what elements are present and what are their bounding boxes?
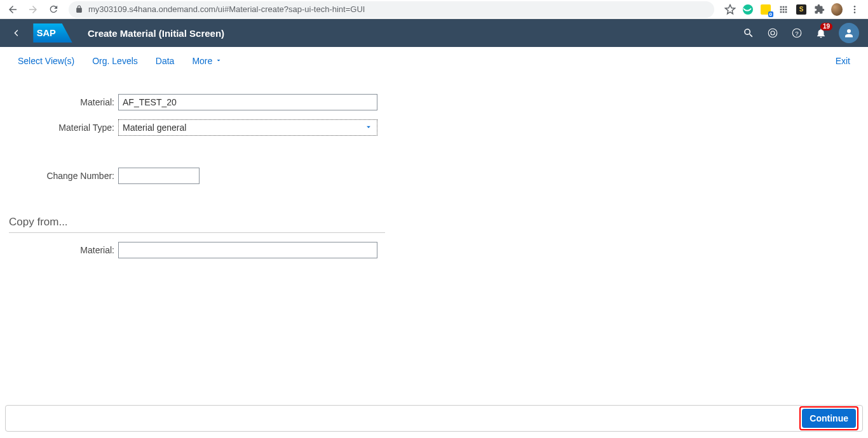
snow-extension-icon[interactable]: S [796,4,807,15]
copilot-icon[interactable] [766,27,779,39]
browser-url-text: my303109.s4hana.ondemand.com/ui#Material… [88,4,365,14]
svg-text:SAP: SAP [37,28,56,38]
chevron-down-icon [364,123,373,133]
svg-point-0 [854,6,856,8]
kebab-menu-icon[interactable] [849,4,860,15]
extensions-puzzle-icon[interactable] [813,4,825,15]
material-type-value: Material general [123,123,186,133]
svg-point-1 [854,8,856,10]
browser-address-bar[interactable]: my303109.s4hana.ondemand.com/ui#Material… [69,1,714,18]
browser-chrome-bar: my303109.s4hana.ondemand.com/ui#Material… [0,0,868,19]
material-label: Material: [9,97,118,107]
continue-highlight: Continue [799,406,858,430]
notification-bell-icon[interactable]: 19 [815,27,827,39]
help-icon[interactable]: ? [790,27,803,39]
copy-from-header: Copy from... [9,216,385,233]
copy-material-label: Material: [9,245,118,255]
continue-button[interactable]: Continue [802,409,856,428]
profile-avatar-icon[interactable] [831,4,843,15]
chevron-down-icon [215,56,222,66]
user-avatar[interactable] [839,23,859,43]
svg-point-2 [854,11,856,13]
yellow-note-badge: 0 [768,11,773,17]
exit-link[interactable]: Exit [836,56,850,66]
copy-material-input[interactable] [118,242,377,258]
select-views-link[interactable]: Select View(s) [18,56,74,66]
search-icon[interactable] [742,27,755,39]
svg-text:?: ? [795,30,799,37]
change-number-label: Change Number: [9,171,118,181]
sap-shell-header: SAP Create Material (Initial Screen) ? 1… [0,19,868,47]
star-icon[interactable] [724,4,736,15]
svg-point-5 [771,31,775,35]
material-type-select[interactable]: Material general [118,119,377,136]
app-toolbar: Select View(s) Org. Levels Data More Exi… [0,47,868,75]
form-area: Material: Material Type: Material genera… [0,75,868,258]
more-label: More [192,56,212,66]
sap-logo[interactable]: SAP [33,23,72,43]
more-link[interactable]: More [192,56,222,66]
data-link[interactable]: Data [156,56,175,66]
footer-bar: Continue [5,405,863,432]
change-number-input[interactable] [118,168,200,184]
lock-icon [75,5,83,13]
browser-back-button[interactable] [5,2,20,17]
material-type-label: Material Type: [9,123,118,133]
apps-grid-icon[interactable] [778,4,789,15]
svg-point-4 [768,29,777,37]
material-input[interactable] [118,94,377,110]
browser-reload-button[interactable] [46,2,61,17]
page-title: Create Material (Initial Screen) [88,28,224,39]
browser-extension-area: 0 S [724,4,863,15]
browser-forward-button[interactable] [25,2,41,17]
grammarly-icon[interactable] [742,4,754,15]
org-levels-link[interactable]: Org. Levels [92,56,138,66]
notification-count-badge: 19 [820,23,832,30]
yellow-note-icon[interactable]: 0 [760,4,771,15]
sap-back-button[interactable] [9,25,24,41]
